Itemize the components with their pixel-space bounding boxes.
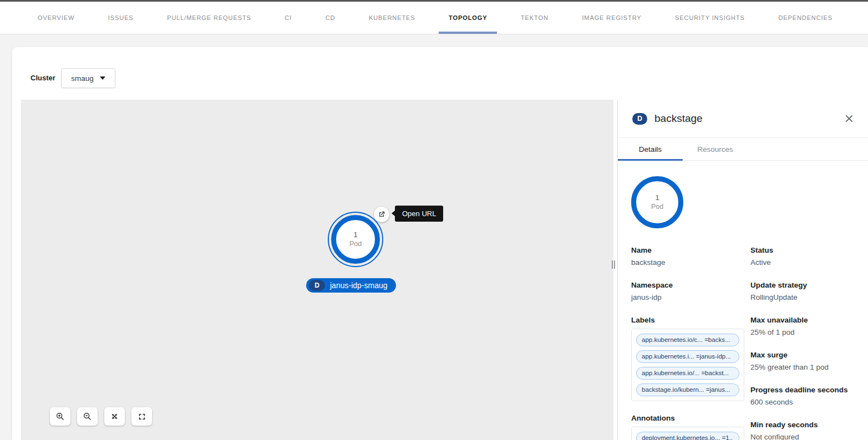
tooltip-text: Open URL — [402, 209, 436, 218]
detail-status-value: Active — [750, 257, 855, 268]
tab-image-registry[interactable]: IMAGE REGISTRY — [578, 2, 644, 34]
cluster-label: Cluster — [31, 74, 55, 82]
detail-update-strategy: Update strategy RollingUpdate — [750, 280, 855, 303]
deployment-node[interactable]: 1 Pod — [328, 212, 383, 267]
labels-chip-group: app.kubernetes.io/c... =backs... app.kub… — [631, 329, 744, 401]
detail-update-strategy-value: RollingUpdate — [750, 292, 855, 303]
detail-max-surge-value: 25% greater than 1 pod — [750, 362, 855, 373]
panel-active-tab-indicator — [618, 159, 683, 161]
zoom-in-button[interactable] — [50, 407, 70, 426]
panel-tab-details-label: Details — [639, 145, 662, 154]
topology-canvas[interactable]: 1 Pod Open URL D janus-idp-smaug — [21, 100, 613, 440]
detail-namespace-value: janus-idp — [631, 292, 744, 303]
node-label[interactable]: D janus-idp-smaug — [306, 278, 396, 293]
detail-max-unavailable-label: Max unavailable — [750, 315, 855, 326]
label-chip: backstage.io/kubern... =janus... — [636, 383, 739, 396]
panel-body: 1 Pod Name backstage Namespace janus-idp… — [618, 161, 868, 440]
donut-pod-count: 1 — [655, 193, 659, 202]
zoom-out-button[interactable] — [77, 407, 98, 426]
tab-topology[interactable]: TOPOLOGY — [445, 2, 490, 34]
entity-tab-bar: OVERVIEW ISSUES PULL/MERGE REQUESTS CI C… — [0, 2, 868, 34]
label-chip: app.kubernetes.io/c... =backs... — [636, 334, 739, 346]
cluster-selected-value: smaug — [71, 74, 94, 83]
tab-pull-merge-requests[interactable]: PULL/MERGE REQUESTS — [164, 2, 255, 34]
detail-namespace: Namespace janus-idp — [631, 280, 744, 303]
fit-to-screen-button[interactable] — [104, 407, 125, 426]
detail-min-ready-label: Min ready seconds — [750, 419, 855, 431]
panel-tab-details[interactable]: Details — [618, 138, 683, 160]
tab-overview[interactable]: OVERVIEW — [34, 2, 78, 34]
detail-name-label: Name — [631, 245, 744, 256]
deployment-badge: D — [309, 280, 325, 291]
detail-grid: Name backstage Namespace janus-idp Label… — [631, 245, 855, 440]
tooltip-caret — [392, 211, 395, 216]
detail-name: Name backstage — [631, 245, 744, 268]
tab-topology-label: TOPOLOGY — [449, 14, 487, 21]
close-icon — [845, 115, 853, 122]
tab-security-insights[interactable]: SECURITY INSIGHTS — [672, 2, 748, 34]
canvas-controls — [50, 407, 152, 426]
deployment-node-donut: 1 Pod — [331, 215, 380, 264]
detail-progress-deadline-label: Progress deadline seconds — [750, 385, 855, 396]
detail-progress-deadline-value: 600 seconds — [750, 397, 855, 408]
fit-to-screen-icon — [110, 412, 119, 421]
open-url-tooltip: Open URL — [395, 206, 443, 222]
detail-annotations-label: Annotations — [631, 413, 744, 424]
detail-update-strategy-label: Update strategy — [750, 280, 855, 291]
details-panel: D backstage Details Resources 1 Pod — [617, 100, 868, 440]
panel-tab-resources[interactable]: Resources — [683, 138, 748, 160]
label-chip: app.kubernetes.i... =janus-idp... — [636, 350, 739, 363]
tab-tekton[interactable]: TEKTON — [517, 2, 552, 34]
chevron-down-icon — [100, 76, 105, 80]
fullscreen-button[interactable] — [131, 407, 152, 426]
open-url-decorator[interactable] — [374, 207, 389, 222]
detail-annotations: Annotations deployment.kubernetes.io... … — [631, 413, 744, 440]
tab-issues[interactable]: ISSUES — [105, 2, 137, 34]
detail-name-value: backstage — [631, 257, 744, 268]
detail-labels: Labels app.kubernetes.io/c... =backs... … — [631, 315, 744, 401]
panel-tab-bar: Details Resources — [618, 138, 868, 161]
panel-resize-handle[interactable] — [612, 259, 615, 269]
zoom-in-icon — [55, 412, 65, 421]
label-chip: app.kubernetes.io/... =backst... — [636, 367, 739, 380]
detail-max-surge: Max surge 25% greater than 1 pod — [750, 350, 855, 373]
cluster-select[interactable]: smaug — [61, 68, 115, 88]
node-pod-word: Pod — [349, 239, 362, 248]
detail-max-unavailable: Max unavailable 25% of 1 pod — [750, 315, 855, 338]
tab-cd[interactable]: CD — [322, 2, 339, 34]
detail-progress-deadline: Progress deadline seconds 600 seconds — [750, 385, 855, 408]
tab-kubernetes[interactable]: KUBERNETES — [366, 2, 419, 34]
node-pod-count: 1 — [353, 231, 357, 239]
node-label-text: janus-idp-smaug — [330, 281, 388, 290]
detail-status-label: Status — [750, 245, 855, 256]
detail-labels-label: Labels — [631, 315, 744, 326]
zoom-out-icon — [83, 412, 92, 421]
detail-max-unavailable-value: 25% of 1 pod — [750, 327, 855, 338]
pod-donut[interactable]: 1 Pod — [631, 176, 683, 228]
detail-column-left: Name backstage Namespace janus-idp Label… — [631, 245, 744, 440]
detail-min-ready: Min ready seconds Not configured — [750, 419, 855, 440]
detail-namespace-label: Namespace — [631, 280, 744, 291]
panel-title: backstage — [654, 112, 703, 125]
detail-column-right: Status Active Update strategy RollingUpd… — [750, 245, 855, 440]
annotation-chip: deployment.kubernetes.io... =1.. — [636, 432, 739, 440]
detail-max-surge-label: Max surge — [750, 350, 855, 361]
detail-status: Status Active — [750, 245, 855, 268]
external-link-icon — [378, 211, 385, 218]
donut-pod-word: Pod — [651, 202, 663, 211]
details-panel-header: D backstage — [618, 100, 868, 138]
tab-ci[interactable]: CI — [281, 2, 295, 34]
active-tab-indicator — [439, 32, 497, 34]
deployment-badge: D — [632, 113, 647, 125]
close-panel-button[interactable] — [845, 115, 853, 122]
topology-card: Cluster smaug 1 Pod Open URL — [12, 47, 868, 440]
fullscreen-icon — [138, 412, 146, 421]
tab-dependencies[interactable]: DEPENDENCIES — [775, 2, 836, 34]
detail-min-ready-value: Not configured — [750, 432, 855, 440]
annotations-chip-group: deployment.kubernetes.io... =1.. — [631, 427, 744, 440]
